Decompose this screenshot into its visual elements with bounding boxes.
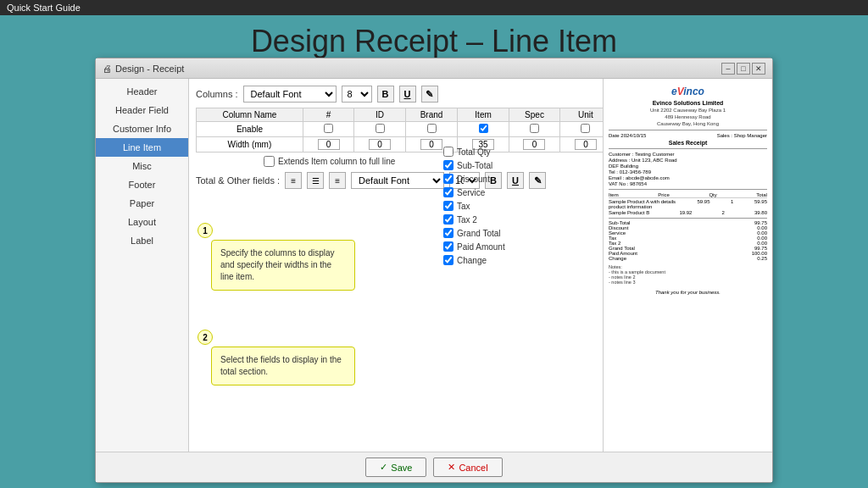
enable-item[interactable] [479, 124, 488, 133]
width-brand[interactable] [420, 139, 442, 150]
font-size-select[interactable]: 8 [342, 86, 372, 103]
check-sub-total-label: Sub-Total [457, 161, 492, 170]
col-header-brand: Brand [405, 108, 458, 122]
receipt-tel: Tel : 012-3456-789 [609, 169, 767, 175]
col-header-item: Item [458, 108, 509, 122]
col-header-hash: # [303, 108, 353, 122]
cancel-label: Cancel [459, 463, 487, 473]
extends-checkbox[interactable] [264, 156, 275, 167]
receipt-divider-3 [609, 189, 767, 190]
enable-spec[interactable] [530, 124, 539, 133]
window-footer: ✓ Save ✕ Cancel [96, 452, 772, 482]
callout-1-text: Specify the columns to display and speci… [220, 248, 335, 281]
check-discount-label: Discount [457, 175, 490, 184]
check-sub-total: Sub-Total [443, 160, 579, 170]
checkbox-discount[interactable] [443, 174, 453, 184]
enable-hash[interactable] [324, 124, 333, 133]
callout-2-text: Select the fields to display in the tota… [220, 355, 342, 376]
font-select[interactable]: Default Font [243, 86, 337, 103]
sidebar-item-line-item[interactable]: Line Item [96, 138, 188, 157]
receipt-total-section: Sub-Total99.75 Discount0.00 Service0.00 … [609, 218, 767, 261]
enable-id[interactable] [376, 124, 385, 133]
receipt-company: Evinco Solutions Limited [609, 100, 767, 106]
sidebar-item-header-field[interactable]: Header Field [96, 101, 188, 119]
receipt-customer: Customer : Testing Customer [609, 152, 767, 157]
receipt-item-2: Sample Product B 19.92239.80 [609, 210, 767, 215]
check-change: Change [443, 255, 579, 265]
close-button[interactable]: ✕ [752, 63, 765, 75]
sidebar-item-label[interactable]: Label [96, 231, 188, 250]
check-grand-total: Grand Total [443, 228, 579, 238]
enable-label: Enable [197, 122, 303, 137]
width-id[interactable] [369, 139, 391, 150]
receipt-address: Address : Unit 123, ABC Road [609, 158, 767, 163]
callout-2: Select the fields to display in the tota… [211, 347, 355, 385]
check-grand-total-label: Grand Total [457, 229, 501, 238]
window-controls[interactable]: – □ ✕ [721, 63, 765, 75]
window-icon: 🖨 [103, 64, 112, 74]
receipt-building: DEF Building [609, 164, 767, 169]
check-tax: Tax [443, 201, 579, 211]
maximize-button[interactable]: □ [737, 63, 750, 75]
receipt-addr: Unit 2202 Causeway Bay Plaza 1 489 Henne… [609, 108, 767, 127]
col-header-spec: Spec [509, 108, 559, 122]
bold-button[interactable]: B [377, 86, 394, 103]
cancel-button[interactable]: ✕ Cancel [433, 458, 502, 477]
sidebar-item-footer[interactable]: Footer [96, 175, 188, 194]
check-tax-label: Tax [457, 202, 470, 211]
check-discount: Discount [443, 174, 579, 184]
check-tax2: Tax 2 [443, 214, 579, 225]
check-paid-amount: Paid Amount [443, 241, 579, 252]
pen-button[interactable]: ✎ [421, 86, 438, 103]
receipt-item-1: Sample Product A with details product in… [609, 199, 767, 209]
sidebar-item-paper[interactable]: Paper [96, 194, 188, 213]
check-service-label: Service [457, 188, 485, 197]
save-icon: ✓ [380, 462, 387, 473]
cancel-icon: ✕ [448, 462, 455, 473]
callout-number-1: 1 [198, 223, 213, 238]
main-content: Columns : Default Font 8 B U ✎ Column Na… [189, 79, 772, 452]
sidebar-item-header[interactable]: Header [96, 82, 188, 101]
total-font-select[interactable]: Default Font [351, 172, 444, 189]
receipt-vat: VAT No : 987654 [609, 181, 767, 186]
sidebar-item-customer-info[interactable]: Customer Info [96, 119, 188, 138]
align-left-button[interactable]: ≡ [285, 172, 302, 189]
extends-label: Extends Item column to full line [278, 157, 395, 166]
enable-unit[interactable] [581, 124, 590, 133]
sidebar-item-layout[interactable]: Layout [96, 213, 188, 231]
width-label: Width (mm) [197, 137, 303, 152]
receipt-date-sales: Date 2024/10/15 Sales : Shop Manager [609, 133, 767, 138]
checkbox-service[interactable] [443, 187, 453, 197]
enable-brand[interactable] [427, 124, 437, 133]
checkbox-paid-amount[interactable] [443, 241, 453, 252]
check-total-qty-label: Total Qty [457, 147, 490, 157]
check-service: Service [443, 187, 579, 197]
align-right-button[interactable]: ≡ [329, 172, 346, 189]
total-checkboxes-area: Total Qty Sub-Total Discount Service Tax [443, 147, 579, 269]
checkbox-tax[interactable] [443, 201, 453, 211]
top-bar-title: Quick Start Guide [7, 3, 81, 13]
save-label: Save [391, 463, 412, 473]
receipt-items-header: ItemPriceQtyTotal [609, 192, 767, 198]
check-total-qty: Total Qty [443, 147, 579, 157]
save-button[interactable]: ✓ Save [365, 458, 426, 477]
receipt-divider-1 [609, 130, 767, 130]
total-label: Total & Other fields : [196, 175, 280, 186]
width-hash[interactable] [318, 139, 340, 150]
align-center-button[interactable]: ☰ [307, 172, 324, 189]
columns-label: Columns : [196, 89, 238, 99]
receipt-sales-title: Sales Receipt [609, 140, 767, 146]
checkbox-tax2[interactable] [443, 214, 453, 225]
checkbox-sub-total[interactable] [443, 160, 453, 170]
checkbox-grand-total[interactable] [443, 228, 453, 238]
sidebar-item-misc[interactable]: Misc [96, 157, 188, 175]
callout-number-2: 2 [198, 330, 213, 345]
window-title: 🖨 Design - Receipt [103, 64, 184, 74]
col-header-id: ID [354, 108, 405, 122]
underline-button[interactable]: U [399, 86, 416, 103]
minimize-button[interactable]: – [721, 63, 735, 75]
check-tax2-label: Tax 2 [457, 215, 477, 225]
receipt-logo: eVinco [609, 86, 767, 97]
checkbox-total-qty[interactable] [443, 147, 453, 157]
checkbox-change[interactable] [443, 255, 453, 265]
